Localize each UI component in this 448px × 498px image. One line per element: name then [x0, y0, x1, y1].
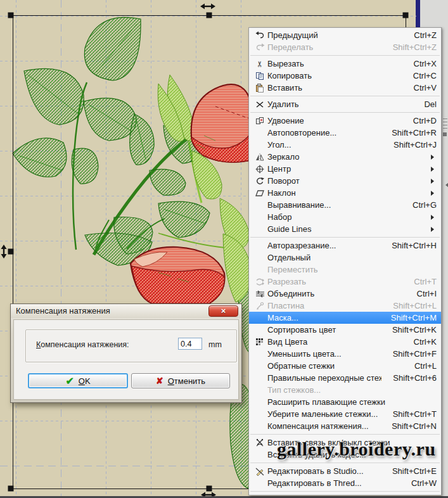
toolbar-fragment — [443, 132, 447, 136]
menu-item[interactable]: Расширить плавающие стежки — [249, 396, 441, 408]
menu-item[interactable]: Компенсация натяжения...Shift+Ctrl+N — [249, 420, 441, 432]
menu-item-label: Отдельный — [267, 253, 437, 262]
menu-item-label: Разрезать — [267, 277, 402, 286]
menu-item-label: Копировать — [267, 71, 402, 80]
no-icon — [252, 361, 267, 371]
tension-input[interactable] — [178, 338, 202, 350]
menu-item-label: Обратные стежки — [267, 361, 403, 371]
no-icon — [252, 200, 267, 210]
menu-item[interactable]: УдвоениеCtrl+D — [249, 115, 441, 127]
cancel-button[interactable]: ✘ Отменить — [131, 373, 230, 388]
ok-button[interactable]: ✔ OK — [28, 373, 128, 388]
scrollbar-grip[interactable] — [443, 128, 447, 129]
menu-item-label: Авторазрезание... — [267, 241, 380, 250]
menu-item-shortcut: Ctrl+G — [413, 200, 437, 210]
redo-icon — [252, 42, 267, 53]
menu-item[interactable]: Маска...Shift+Ctrl+M — [249, 312, 441, 324]
menu-item-shortcut: Ctrl+I — [417, 289, 437, 298]
submenu-arrow-icon — [431, 167, 437, 172]
menu-item-shortcut: Shift+Ctrl+R — [392, 128, 437, 137]
menu-item[interactable]: Редактировать в Studio...Shift+Ctrl+E — [249, 465, 441, 477]
menu-item[interactable]: Переместить — [249, 264, 441, 276]
menu-item[interactable]: Набор — [249, 211, 441, 223]
menu-item[interactable]: Автоповторение...Shift+Ctrl+R — [249, 127, 441, 139]
menu-item-label: Редактировать в Thred... — [267, 478, 400, 488]
menu-item-shortcut: Shift+Ctrl+K — [392, 325, 437, 335]
menu-item[interactable]: Выравнивание...Ctrl+G — [249, 199, 441, 211]
collapse-arrow-icon[interactable] — [443, 182, 448, 188]
menu-item[interactable]: РазрезатьCtrl+T — [249, 276, 441, 288]
split-icon — [252, 277, 267, 287]
paste-icon — [252, 83, 267, 93]
menu-item[interactable]: ПеределатьShift+Ctrl+Z — [249, 41, 441, 53]
menu-item[interactable]: ОбъединитьCtrl+I — [249, 288, 441, 300]
dialog-close-button[interactable]: × — [208, 305, 238, 317]
menu-item[interactable]: Сортировать цветShift+Ctrl+K — [249, 324, 441, 336]
color-view-icon — [252, 337, 267, 347]
menu-item-label: Вставить — [267, 83, 402, 93]
tension-dialog: Компенсация натяжения × Компенсация натя… — [10, 303, 242, 403]
menu-item[interactable]: Поворот — [249, 175, 441, 187]
menu-item-shortcut: Shift+Ctrl+J — [394, 140, 437, 150]
unit-label: mm — [208, 340, 222, 349]
menu-item[interactable]: Уберите маленькие стежки...Shift+Ctrl+T — [249, 408, 441, 420]
scrollbar-grip[interactable] — [443, 118, 447, 119]
menu-item[interactable]: ПредыдущийCtrl+Z — [249, 29, 441, 41]
menu-item[interactable]: Редактировать в Thred...Ctrl+W — [249, 477, 441, 489]
dialog-body: Компенсация натяжения: mm ✔ OK ✘ Отменит… — [13, 319, 239, 400]
menu-item[interactable]: УдалитьDel — [249, 98, 441, 110]
no-icon — [252, 373, 267, 383]
scrollbar-grip[interactable] — [443, 122, 447, 122]
menu-item[interactable]: Guide Lines — [249, 223, 441, 235]
menu-item[interactable]: Обратные стежкиCtrl+L — [249, 360, 441, 372]
menu-item[interactable]: Наклон — [249, 187, 441, 199]
menu-item[interactable]: Тип стежков... — [249, 384, 441, 396]
menu-item-shortcut: Ctrl+K — [414, 337, 437, 347]
menu-item-label: Guide Lines — [267, 224, 426, 234]
no-icon — [252, 409, 267, 419]
submenu-arrow-icon — [431, 155, 437, 160]
menu-item-label: Пластина — [267, 301, 381, 310]
menu-item-label: Объединить — [267, 289, 406, 298]
menu-item-shortcut: Shift+Ctrl+M — [391, 313, 437, 322]
no-icon — [252, 478, 267, 488]
menu-item-label: Сортировать цвет — [267, 325, 381, 335]
menu-separator — [250, 434, 440, 435]
menu-item[interactable]: Угол...Shift+Ctrl+J — [249, 139, 441, 151]
menu-item[interactable]: ✂ВырезатьCtrl+X — [249, 58, 441, 70]
menu-item-label: Вырезать — [267, 59, 402, 68]
tie-stitch-icon — [252, 438, 267, 448]
menu-item[interactable]: Вид ЦветаCtrl+K — [249, 336, 441, 348]
dialog-titlebar[interactable]: Компенсация натяжения — [11, 304, 241, 318]
menu-item[interactable]: Уменьшить цвета...Shift+Ctrl+F — [249, 348, 441, 360]
tension-groupbox: Компенсация натяжения: mm — [25, 329, 237, 362]
window-corner — [420, 0, 448, 27]
submenu-arrow-icon — [431, 179, 437, 184]
menu-item[interactable]: ПластинаShift+Ctrl+L — [249, 300, 441, 312]
menu-item-label: Редактировать в Studio... — [267, 466, 381, 476]
menu-item-shortcut: Ctrl+W — [411, 478, 437, 488]
menu-item-shortcut: Shift+Ctrl+L — [393, 301, 437, 310]
menu-item[interactable]: Зеркало — [249, 151, 441, 163]
no-icon — [252, 421, 267, 431]
center-icon — [252, 164, 267, 174]
menu-separator — [250, 96, 440, 96]
menu-item[interactable]: Правильные переходные стежкиShift+Ctrl+6 — [249, 372, 441, 384]
no-icon — [252, 450, 267, 460]
menu-item[interactable]: Авторазрезание...Shift+Ctrl+H — [249, 239, 441, 252]
menu-item-shortcut: Ctrl+D — [413, 116, 437, 125]
no-icon — [252, 325, 267, 335]
menu-item-label: Расширить плавающие стежки — [267, 397, 437, 407]
check-icon: ✔ — [65, 375, 74, 387]
scrollbar-grip[interactable] — [443, 125, 447, 125]
menu-item[interactable]: Отдельный — [249, 252, 441, 264]
no-icon — [252, 241, 267, 251]
menu-item[interactable]: ВставитьCtrl+V — [249, 82, 441, 94]
tension-field-label: Компенсация натяжения: — [36, 340, 129, 349]
menu-item[interactable]: КопироватьCtrl+C — [249, 70, 441, 82]
copy-icon — [252, 71, 267, 81]
menu-item-label: Переделать — [267, 42, 381, 52]
app-window: Компенсация натяжения × Компенсация натя… — [0, 0, 448, 498]
menu-item-shortcut: Shift+Ctrl+T — [393, 409, 437, 419]
menu-item[interactable]: Центр — [249, 163, 441, 175]
